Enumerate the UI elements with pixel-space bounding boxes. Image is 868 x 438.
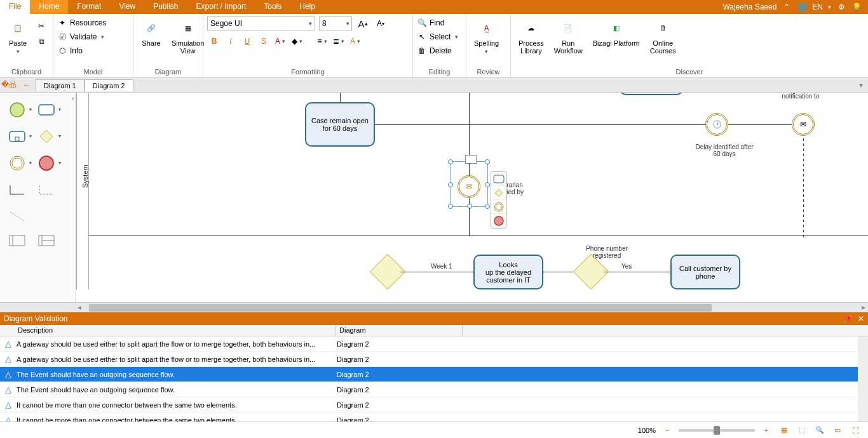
task-partial-top[interactable]: [620, 93, 683, 95]
qm-task[interactable]: [491, 172, 506, 186]
validation-header: Diagram Validation 📌 ✕: [0, 312, 868, 325]
lightbulb-icon[interactable]: 💡: [851, 2, 862, 12]
delete-button[interactable]: 🗑Delete: [417, 44, 458, 57]
bold-button[interactable]: B: [207, 34, 221, 48]
task-call-customer[interactable]: Call customer by phone: [670, 255, 740, 289]
group-model-label: Model: [53, 67, 133, 77]
diagram-tree-button[interactable]: �品: [0, 79, 18, 90]
svg-point-7: [39, 156, 53, 170]
status-bar: 100% − + ▦ ⬚ 🔍 ▭ ⛶: [0, 421, 868, 438]
validation-row[interactable]: △The Event should have an outgoing seque…: [0, 382, 868, 397]
strike-button[interactable]: S: [257, 34, 271, 48]
zoom-out-button[interactable]: −: [661, 425, 674, 436]
fit-width-button[interactable]: ⬚: [796, 425, 808, 436]
zoom-100-button[interactable]: 🔍: [813, 425, 826, 436]
lang-caret-icon[interactable]: ▾: [828, 4, 831, 10]
palette-start-event[interactable]: [9, 102, 25, 118]
paste-button[interactable]: 📋 Paste ▾: [4, 17, 32, 56]
menu-export-import[interactable]: Export / Import: [187, 0, 255, 14]
palette-gateway[interactable]: [38, 128, 55, 145]
diagram-canvas[interactable]: System Case remain open for 60 days 🕑 De…: [76, 93, 868, 302]
task-case-open[interactable]: Case remain open for 60 days: [305, 102, 375, 147]
palette-sequence-flow[interactable]: [9, 182, 25, 198]
col-diagram[interactable]: Diagram: [336, 325, 463, 336]
message-event-notification[interactable]: ✉: [792, 113, 815, 136]
menu-view[interactable]: View: [110, 0, 144, 14]
validation-row[interactable]: △A gateway should be used either to spli…: [0, 352, 868, 367]
highlight-button[interactable]: A: [348, 34, 362, 48]
zoom-slider[interactable]: [679, 429, 755, 432]
validation-columns: Description Diagram: [0, 325, 868, 336]
validation-row[interactable]: △It cannot be more than one connector be…: [0, 397, 868, 413]
validation-row[interactable]: △A gateway should be used either to spli…: [0, 336, 868, 352]
zoom-thumb[interactable]: [714, 426, 720, 435]
menu-tools[interactable]: Tools: [255, 0, 290, 14]
font-color-button[interactable]: A: [273, 34, 287, 48]
qm-end[interactable]: [491, 214, 506, 228]
spelling-button[interactable]: A̲Spelling▾: [470, 17, 503, 56]
underline-button[interactable]: U: [240, 34, 254, 48]
simulation-view-button[interactable]: ▦Simulation View: [168, 17, 208, 56]
align-h-button[interactable]: ≡: [315, 34, 329, 48]
cut-icon[interactable]: ✂: [34, 19, 48, 33]
name-edit-handle[interactable]: [465, 155, 477, 164]
tab-diagram-1[interactable]: Diagram 1: [36, 79, 85, 91]
back-button[interactable]: ←: [18, 81, 36, 90]
find-button[interactable]: 🔍Find: [417, 17, 458, 29]
palette-end-event[interactable]: [38, 155, 55, 171]
palette-intermediate-event[interactable]: [9, 155, 25, 171]
validate-button[interactable]: ☑Validate: [57, 30, 106, 43]
gear-icon[interactable]: ⚙: [836, 2, 846, 12]
message-event-selected[interactable]: ✉: [458, 175, 480, 198]
globe-icon[interactable]: 🌐: [797, 2, 807, 12]
palette-collapse-icon[interactable]: ‹: [72, 94, 74, 103]
select-button[interactable]: ↖Select: [417, 30, 458, 43]
menu-publish[interactable]: Publish: [144, 0, 187, 14]
font-size-select[interactable]: 8: [319, 17, 352, 30]
italic-button[interactable]: I: [224, 34, 238, 48]
resources-button[interactable]: ✦Resources: [57, 17, 106, 29]
fill-color-button[interactable]: ◆: [290, 34, 304, 48]
tab-diagram-2[interactable]: Diagram 2: [85, 79, 133, 91]
menu-help[interactable]: Help: [290, 0, 324, 14]
shrink-font-button[interactable]: A▾: [374, 17, 388, 30]
clock-icon: 🕑: [712, 120, 722, 129]
task-looks-up[interactable]: Looks up the delayed customer in IT: [473, 255, 543, 289]
run-workflow-button[interactable]: 📄Run Workflow: [550, 17, 587, 56]
palette-pool[interactable]: [9, 235, 25, 251]
validation-v-scrollbar[interactable]: [858, 336, 868, 430]
process-library-button[interactable]: ☁Process Library: [515, 17, 548, 56]
menu-home[interactable]: Home: [30, 0, 68, 14]
online-courses-button[interactable]: 🗓Online Courses: [646, 17, 680, 56]
menu-file[interactable]: File: [0, 0, 30, 14]
palette-task[interactable]: [38, 102, 55, 118]
palette-subprocess[interactable]: [9, 128, 25, 145]
pin-icon[interactable]: 📌: [843, 314, 853, 323]
bizagi-platform-button[interactable]: ◧Bizagi Platform: [589, 17, 644, 48]
palette-association[interactable]: [9, 208, 25, 225]
timer-event-delay[interactable]: 🕑: [705, 113, 728, 136]
col-description[interactable]: Description: [0, 325, 336, 336]
font-select[interactable]: Segoe UI: [207, 17, 315, 30]
close-icon[interactable]: ✕: [858, 314, 864, 323]
menu-format[interactable]: Format: [68, 0, 110, 14]
grow-font-button[interactable]: A▴: [356, 17, 370, 30]
align-v-button[interactable]: ≣: [332, 34, 346, 48]
tabs-dropdown-icon[interactable]: ▾: [859, 81, 868, 90]
zoom-in-button[interactable]: +: [760, 425, 773, 436]
presentation-button[interactable]: ▭: [831, 425, 844, 436]
scrollbar-thumb[interactable]: [89, 304, 712, 312]
canvas-h-scrollbar[interactable]: ◂ ▸: [0, 302, 868, 312]
info-button[interactable]: ⬡Info: [57, 44, 106, 57]
qm-gateway[interactable]: [491, 186, 506, 200]
lang-label[interactable]: EN: [812, 3, 823, 11]
palette-lane[interactable]: [38, 235, 55, 251]
chevron-up-icon[interactable]: ⌃: [782, 2, 792, 12]
validation-row-selected[interactable]: △The Event should have an outgoing seque…: [0, 367, 868, 382]
copy-icon[interactable]: ⧉: [34, 34, 48, 48]
fullscreen-button[interactable]: ⛶: [849, 425, 862, 436]
fit-page-button[interactable]: ▦: [778, 425, 790, 436]
share-button[interactable]: 🔗Share: [137, 17, 165, 48]
palette-message-flow[interactable]: [38, 182, 55, 198]
qm-intermediate[interactable]: [491, 200, 506, 214]
